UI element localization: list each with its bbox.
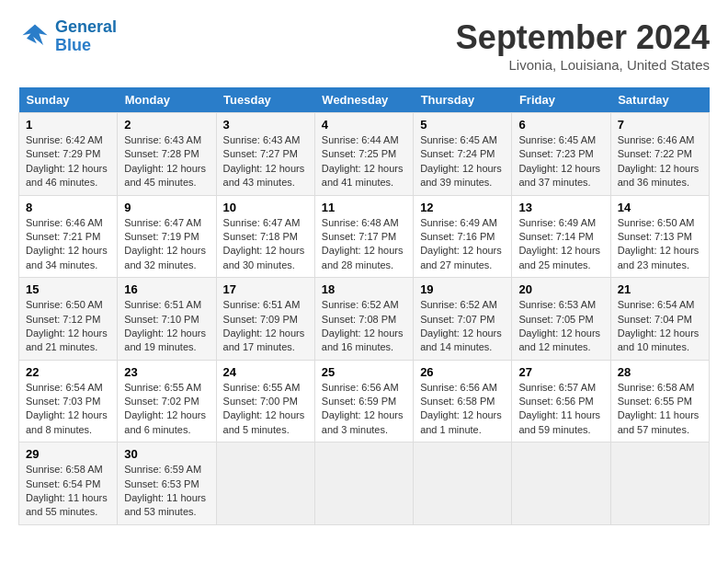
calendar-cell: 17Sunrise: 6:51 AM Sunset: 7:09 PM Dayli… [216, 278, 314, 361]
calendar-cell: 28Sunrise: 6:58 AM Sunset: 6:55 PM Dayli… [610, 360, 709, 442]
calendar-cell: 20Sunrise: 6:53 AM Sunset: 7:05 PM Dayli… [512, 278, 610, 361]
calendar-cell: 9Sunrise: 6:47 AM Sunset: 7:19 PM Daylig… [118, 195, 216, 278]
calendar-cell: 10Sunrise: 6:47 AM Sunset: 7:18 PM Dayli… [216, 195, 314, 278]
day-number: 14 [618, 201, 702, 214]
title-block: September 2024 Livonia, Louisiana, Unite… [456, 18, 710, 73]
logo: General Blue [18, 18, 117, 55]
calendar-cell [216, 442, 314, 525]
col-friday: Friday [512, 87, 610, 113]
day-info: Sunrise: 6:44 AM Sunset: 7:25 PM Dayligh… [322, 133, 406, 190]
day-info: Sunrise: 6:56 AM Sunset: 6:58 PM Dayligh… [420, 381, 505, 438]
calendar-cell: 30Sunrise: 6:59 AM Sunset: 6:53 PM Dayli… [118, 442, 216, 525]
day-info: Sunrise: 6:49 AM Sunset: 7:14 PM Dayligh… [518, 216, 603, 273]
day-info: Sunrise: 6:56 AM Sunset: 6:59 PM Dayligh… [322, 381, 406, 438]
day-number: 21 [618, 282, 702, 296]
calendar-cell [414, 442, 512, 525]
day-number: 10 [223, 201, 308, 214]
calendar-cell: 18Sunrise: 6:52 AM Sunset: 7:08 PM Dayli… [314, 278, 413, 361]
day-info: Sunrise: 6:51 AM Sunset: 7:10 PM Dayligh… [124, 298, 209, 355]
day-info: Sunrise: 6:54 AM Sunset: 7:04 PM Dayligh… [618, 298, 702, 355]
day-number: 26 [420, 365, 505, 379]
day-info: Sunrise: 6:58 AM Sunset: 6:54 PM Dayligh… [26, 463, 110, 520]
day-number: 19 [420, 282, 505, 296]
calendar-cell [512, 442, 610, 525]
day-number: 27 [518, 365, 603, 379]
day-info: Sunrise: 6:43 AM Sunset: 7:27 PM Dayligh… [223, 133, 308, 190]
day-info: Sunrise: 6:43 AM Sunset: 7:28 PM Dayligh… [124, 133, 209, 190]
day-number: 5 [420, 118, 505, 132]
day-info: Sunrise: 6:45 AM Sunset: 7:24 PM Dayligh… [420, 133, 505, 190]
day-info: Sunrise: 6:47 AM Sunset: 7:18 PM Dayligh… [223, 216, 308, 273]
day-number: 25 [322, 365, 406, 379]
day-number: 6 [518, 118, 603, 132]
day-number: 18 [322, 282, 406, 296]
calendar-header-row: Sunday Monday Tuesday Wednesday Thursday… [19, 87, 710, 113]
day-number: 1 [26, 118, 110, 132]
col-tuesday: Tuesday [216, 87, 314, 113]
svg-marker-0 [23, 24, 48, 45]
calendar-cell: 5Sunrise: 6:45 AM Sunset: 7:24 PM Daylig… [414, 113, 512, 196]
col-thursday: Thursday [414, 87, 512, 113]
day-number: 22 [26, 365, 110, 379]
day-info: Sunrise: 6:46 AM Sunset: 7:22 PM Dayligh… [618, 133, 702, 190]
calendar-cell: 3Sunrise: 6:43 AM Sunset: 7:27 PM Daylig… [216, 113, 314, 196]
calendar-cell: 29Sunrise: 6:58 AM Sunset: 6:54 PM Dayli… [19, 442, 118, 525]
col-monday: Monday [118, 87, 216, 113]
calendar-cell: 26Sunrise: 6:56 AM Sunset: 6:58 PM Dayli… [414, 360, 512, 442]
day-info: Sunrise: 6:49 AM Sunset: 7:16 PM Dayligh… [420, 216, 505, 273]
calendar-cell: 2Sunrise: 6:43 AM Sunset: 7:28 PM Daylig… [118, 113, 216, 196]
calendar-row: 8Sunrise: 6:46 AM Sunset: 7:21 PM Daylig… [19, 195, 710, 278]
calendar-cell: 12Sunrise: 6:49 AM Sunset: 7:16 PM Dayli… [414, 195, 512, 278]
calendar-cell: 11Sunrise: 6:48 AM Sunset: 7:17 PM Dayli… [314, 195, 413, 278]
calendar-row: 15Sunrise: 6:50 AM Sunset: 7:12 PM Dayli… [19, 278, 710, 361]
day-info: Sunrise: 6:48 AM Sunset: 7:17 PM Dayligh… [322, 216, 406, 273]
day-info: Sunrise: 6:58 AM Sunset: 6:55 PM Dayligh… [618, 381, 702, 438]
calendar-cell: 1Sunrise: 6:42 AM Sunset: 7:29 PM Daylig… [19, 113, 118, 196]
day-info: Sunrise: 6:53 AM Sunset: 7:05 PM Dayligh… [518, 298, 603, 355]
day-info: Sunrise: 6:54 AM Sunset: 7:03 PM Dayligh… [26, 381, 110, 438]
calendar-cell: 24Sunrise: 6:55 AM Sunset: 7:00 PM Dayli… [216, 360, 314, 442]
day-info: Sunrise: 6:47 AM Sunset: 7:19 PM Dayligh… [124, 216, 209, 273]
day-info: Sunrise: 6:51 AM Sunset: 7:09 PM Dayligh… [223, 298, 308, 355]
calendar-cell: 4Sunrise: 6:44 AM Sunset: 7:25 PM Daylig… [314, 113, 413, 196]
calendar-cell: 13Sunrise: 6:49 AM Sunset: 7:14 PM Dayli… [512, 195, 610, 278]
col-saturday: Saturday [610, 87, 709, 113]
day-number: 29 [26, 447, 110, 461]
day-info: Sunrise: 6:46 AM Sunset: 7:21 PM Dayligh… [26, 216, 110, 273]
day-number: 12 [420, 201, 505, 214]
calendar-cell: 7Sunrise: 6:46 AM Sunset: 7:22 PM Daylig… [610, 113, 709, 196]
calendar-table: Sunday Monday Tuesday Wednesday Thursday… [18, 87, 710, 525]
day-info: Sunrise: 6:42 AM Sunset: 7:29 PM Dayligh… [26, 133, 110, 190]
col-wednesday: Wednesday [314, 87, 413, 113]
day-number: 23 [124, 365, 209, 379]
day-info: Sunrise: 6:45 AM Sunset: 7:23 PM Dayligh… [518, 133, 603, 190]
day-number: 16 [124, 282, 209, 296]
col-sunday: Sunday [19, 87, 118, 113]
day-number: 24 [223, 365, 308, 379]
day-info: Sunrise: 6:55 AM Sunset: 7:00 PM Dayligh… [223, 381, 308, 438]
day-info: Sunrise: 6:57 AM Sunset: 6:56 PM Dayligh… [518, 381, 603, 438]
calendar-cell: 22Sunrise: 6:54 AM Sunset: 7:03 PM Dayli… [19, 360, 118, 442]
day-number: 7 [618, 118, 702, 132]
logo-text: General Blue [55, 18, 117, 55]
logo-icon [18, 20, 51, 53]
calendar-cell: 6Sunrise: 6:45 AM Sunset: 7:23 PM Daylig… [512, 113, 610, 196]
calendar-cell: 15Sunrise: 6:50 AM Sunset: 7:12 PM Dayli… [19, 278, 118, 361]
calendar-cell: 21Sunrise: 6:54 AM Sunset: 7:04 PM Dayli… [610, 278, 709, 361]
calendar-cell: 27Sunrise: 6:57 AM Sunset: 6:56 PM Dayli… [512, 360, 610, 442]
calendar-cell: 23Sunrise: 6:55 AM Sunset: 7:02 PM Dayli… [118, 360, 216, 442]
calendar-cell: 14Sunrise: 6:50 AM Sunset: 7:13 PM Dayli… [610, 195, 709, 278]
day-info: Sunrise: 6:52 AM Sunset: 7:07 PM Dayligh… [420, 298, 505, 355]
day-number: 4 [322, 118, 406, 132]
day-info: Sunrise: 6:50 AM Sunset: 7:13 PM Dayligh… [618, 216, 702, 273]
calendar-cell [314, 442, 413, 525]
day-number: 11 [322, 201, 406, 214]
day-number: 13 [518, 201, 603, 214]
day-number: 8 [26, 201, 110, 214]
day-number: 9 [124, 201, 209, 214]
calendar-row: 22Sunrise: 6:54 AM Sunset: 7:03 PM Dayli… [19, 360, 710, 442]
day-info: Sunrise: 6:59 AM Sunset: 6:53 PM Dayligh… [124, 463, 209, 520]
day-number: 17 [223, 282, 308, 296]
calendar-cell: 25Sunrise: 6:56 AM Sunset: 6:59 PM Dayli… [314, 360, 413, 442]
day-number: 3 [223, 118, 308, 132]
